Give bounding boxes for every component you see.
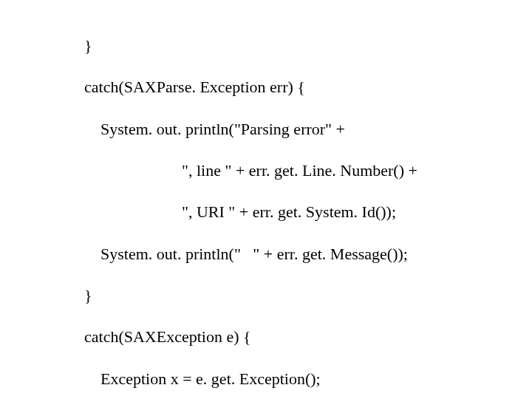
code-line: Exception x = e. get. Exception();: [52, 369, 532, 389]
code-line: ", URI " + err. get. System. Id());: [52, 202, 532, 222]
code-line: System. out. println(" " + err. get. Mes…: [52, 244, 532, 265]
code-line: ", line " + err. get. Line. Number() +: [52, 160, 532, 181]
code-line: }: [52, 35, 532, 56]
code-block: } catch(SAXParse. Exception err) { Syste…: [0, 0, 532, 399]
code-line: System. out. println("Parsing error" +: [52, 119, 532, 140]
code-line: }: [52, 285, 532, 306]
code-line: catch(SAXException e) {: [52, 327, 532, 347]
code-line: catch(SAXParse. Exception err) {: [52, 77, 532, 98]
